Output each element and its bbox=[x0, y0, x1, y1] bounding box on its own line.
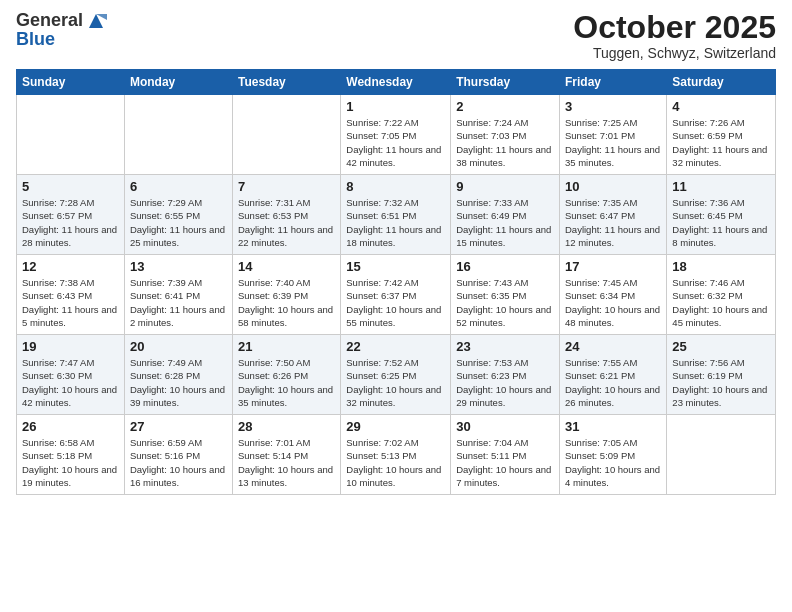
day-number: 15 bbox=[346, 259, 445, 274]
day-number: 2 bbox=[456, 99, 554, 114]
day-info: Sunrise: 7:32 AM Sunset: 6:51 PM Dayligh… bbox=[346, 196, 445, 249]
day-number: 17 bbox=[565, 259, 661, 274]
day-number: 1 bbox=[346, 99, 445, 114]
logo-general-text: General bbox=[16, 11, 83, 31]
calendar-cell: 14Sunrise: 7:40 AM Sunset: 6:39 PM Dayli… bbox=[232, 255, 340, 335]
day-info: Sunrise: 7:26 AM Sunset: 6:59 PM Dayligh… bbox=[672, 116, 770, 169]
day-number: 6 bbox=[130, 179, 227, 194]
day-info: Sunrise: 7:31 AM Sunset: 6:53 PM Dayligh… bbox=[238, 196, 335, 249]
day-info: Sunrise: 7:46 AM Sunset: 6:32 PM Dayligh… bbox=[672, 276, 770, 329]
day-info: Sunrise: 7:50 AM Sunset: 6:26 PM Dayligh… bbox=[238, 356, 335, 409]
day-info: Sunrise: 7:28 AM Sunset: 6:57 PM Dayligh… bbox=[22, 196, 119, 249]
day-number: 21 bbox=[238, 339, 335, 354]
logo-icon bbox=[85, 10, 107, 32]
day-info: Sunrise: 7:52 AM Sunset: 6:25 PM Dayligh… bbox=[346, 356, 445, 409]
calendar-cell: 5Sunrise: 7:28 AM Sunset: 6:57 PM Daylig… bbox=[17, 175, 125, 255]
calendar-cell: 28Sunrise: 7:01 AM Sunset: 5:14 PM Dayli… bbox=[232, 415, 340, 495]
day-info: Sunrise: 7:36 AM Sunset: 6:45 PM Dayligh… bbox=[672, 196, 770, 249]
day-info: Sunrise: 7:49 AM Sunset: 6:28 PM Dayligh… bbox=[130, 356, 227, 409]
header-saturday: Saturday bbox=[667, 70, 776, 95]
header-sunday: Sunday bbox=[17, 70, 125, 95]
calendar-cell: 4Sunrise: 7:26 AM Sunset: 6:59 PM Daylig… bbox=[667, 95, 776, 175]
calendar-cell: 30Sunrise: 7:04 AM Sunset: 5:11 PM Dayli… bbox=[451, 415, 560, 495]
day-number: 23 bbox=[456, 339, 554, 354]
day-number: 22 bbox=[346, 339, 445, 354]
day-info: Sunrise: 7:43 AM Sunset: 6:35 PM Dayligh… bbox=[456, 276, 554, 329]
calendar-cell: 13Sunrise: 7:39 AM Sunset: 6:41 PM Dayli… bbox=[124, 255, 232, 335]
day-info: Sunrise: 7:39 AM Sunset: 6:41 PM Dayligh… bbox=[130, 276, 227, 329]
day-info: Sunrise: 6:59 AM Sunset: 5:16 PM Dayligh… bbox=[130, 436, 227, 489]
calendar-week-row-3: 19Sunrise: 7:47 AM Sunset: 6:30 PM Dayli… bbox=[17, 335, 776, 415]
day-number: 4 bbox=[672, 99, 770, 114]
day-number: 18 bbox=[672, 259, 770, 274]
day-info: Sunrise: 7:38 AM Sunset: 6:43 PM Dayligh… bbox=[22, 276, 119, 329]
calendar-cell: 29Sunrise: 7:02 AM Sunset: 5:13 PM Dayli… bbox=[341, 415, 451, 495]
calendar-cell: 20Sunrise: 7:49 AM Sunset: 6:28 PM Dayli… bbox=[124, 335, 232, 415]
day-info: Sunrise: 7:40 AM Sunset: 6:39 PM Dayligh… bbox=[238, 276, 335, 329]
day-info: Sunrise: 7:01 AM Sunset: 5:14 PM Dayligh… bbox=[238, 436, 335, 489]
calendar-week-row-2: 12Sunrise: 7:38 AM Sunset: 6:43 PM Dayli… bbox=[17, 255, 776, 335]
title-block: October 2025 Tuggen, Schwyz, Switzerland bbox=[573, 10, 776, 61]
day-number: 20 bbox=[130, 339, 227, 354]
day-info: Sunrise: 7:24 AM Sunset: 7:03 PM Dayligh… bbox=[456, 116, 554, 169]
calendar-cell: 8Sunrise: 7:32 AM Sunset: 6:51 PM Daylig… bbox=[341, 175, 451, 255]
day-info: Sunrise: 7:53 AM Sunset: 6:23 PM Dayligh… bbox=[456, 356, 554, 409]
day-number: 8 bbox=[346, 179, 445, 194]
header-tuesday: Tuesday bbox=[232, 70, 340, 95]
day-number: 27 bbox=[130, 419, 227, 434]
calendar-cell bbox=[17, 95, 125, 175]
day-info: Sunrise: 7:35 AM Sunset: 6:47 PM Dayligh… bbox=[565, 196, 661, 249]
calendar-cell: 18Sunrise: 7:46 AM Sunset: 6:32 PM Dayli… bbox=[667, 255, 776, 335]
calendar-week-row-4: 26Sunrise: 6:58 AM Sunset: 5:18 PM Dayli… bbox=[17, 415, 776, 495]
header-thursday: Thursday bbox=[451, 70, 560, 95]
calendar-cell: 12Sunrise: 7:38 AM Sunset: 6:43 PM Dayli… bbox=[17, 255, 125, 335]
calendar-week-row-1: 5Sunrise: 7:28 AM Sunset: 6:57 PM Daylig… bbox=[17, 175, 776, 255]
day-number: 13 bbox=[130, 259, 227, 274]
header-friday: Friday bbox=[560, 70, 667, 95]
calendar-cell: 19Sunrise: 7:47 AM Sunset: 6:30 PM Dayli… bbox=[17, 335, 125, 415]
calendar-cell: 6Sunrise: 7:29 AM Sunset: 6:55 PM Daylig… bbox=[124, 175, 232, 255]
calendar-cell: 27Sunrise: 6:59 AM Sunset: 5:16 PM Dayli… bbox=[124, 415, 232, 495]
calendar-cell: 17Sunrise: 7:45 AM Sunset: 6:34 PM Dayli… bbox=[560, 255, 667, 335]
day-info: Sunrise: 7:42 AM Sunset: 6:37 PM Dayligh… bbox=[346, 276, 445, 329]
header-wednesday: Wednesday bbox=[341, 70, 451, 95]
calendar-cell: 24Sunrise: 7:55 AM Sunset: 6:21 PM Dayli… bbox=[560, 335, 667, 415]
day-info: Sunrise: 6:58 AM Sunset: 5:18 PM Dayligh… bbox=[22, 436, 119, 489]
day-info: Sunrise: 7:25 AM Sunset: 7:01 PM Dayligh… bbox=[565, 116, 661, 169]
day-number: 19 bbox=[22, 339, 119, 354]
header: General Blue October 2025 Tuggen, Schwyz… bbox=[16, 10, 776, 61]
day-number: 14 bbox=[238, 259, 335, 274]
day-number: 29 bbox=[346, 419, 445, 434]
calendar-cell bbox=[124, 95, 232, 175]
day-number: 12 bbox=[22, 259, 119, 274]
calendar-cell bbox=[667, 415, 776, 495]
day-info: Sunrise: 7:22 AM Sunset: 7:05 PM Dayligh… bbox=[346, 116, 445, 169]
calendar-cell: 15Sunrise: 7:42 AM Sunset: 6:37 PM Dayli… bbox=[341, 255, 451, 335]
calendar-cell: 7Sunrise: 7:31 AM Sunset: 6:53 PM Daylig… bbox=[232, 175, 340, 255]
day-info: Sunrise: 7:02 AM Sunset: 5:13 PM Dayligh… bbox=[346, 436, 445, 489]
day-number: 31 bbox=[565, 419, 661, 434]
calendar-cell: 11Sunrise: 7:36 AM Sunset: 6:45 PM Dayli… bbox=[667, 175, 776, 255]
day-info: Sunrise: 7:55 AM Sunset: 6:21 PM Dayligh… bbox=[565, 356, 661, 409]
calendar-cell: 16Sunrise: 7:43 AM Sunset: 6:35 PM Dayli… bbox=[451, 255, 560, 335]
day-number: 30 bbox=[456, 419, 554, 434]
calendar-cell: 22Sunrise: 7:52 AM Sunset: 6:25 PM Dayli… bbox=[341, 335, 451, 415]
day-number: 3 bbox=[565, 99, 661, 114]
day-number: 28 bbox=[238, 419, 335, 434]
calendar-week-row-0: 1Sunrise: 7:22 AM Sunset: 7:05 PM Daylig… bbox=[17, 95, 776, 175]
day-number: 24 bbox=[565, 339, 661, 354]
header-monday: Monday bbox=[124, 70, 232, 95]
location: Tuggen, Schwyz, Switzerland bbox=[573, 45, 776, 61]
calendar-cell: 10Sunrise: 7:35 AM Sunset: 6:47 PM Dayli… bbox=[560, 175, 667, 255]
calendar-cell: 21Sunrise: 7:50 AM Sunset: 6:26 PM Dayli… bbox=[232, 335, 340, 415]
calendar-cell: 3Sunrise: 7:25 AM Sunset: 7:01 PM Daylig… bbox=[560, 95, 667, 175]
day-number: 9 bbox=[456, 179, 554, 194]
day-number: 25 bbox=[672, 339, 770, 354]
calendar-cell: 23Sunrise: 7:53 AM Sunset: 6:23 PM Dayli… bbox=[451, 335, 560, 415]
day-number: 26 bbox=[22, 419, 119, 434]
calendar-cell: 25Sunrise: 7:56 AM Sunset: 6:19 PM Dayli… bbox=[667, 335, 776, 415]
day-info: Sunrise: 7:04 AM Sunset: 5:11 PM Dayligh… bbox=[456, 436, 554, 489]
calendar-cell bbox=[232, 95, 340, 175]
calendar-header-row: Sunday Monday Tuesday Wednesday Thursday… bbox=[17, 70, 776, 95]
month-title: October 2025 bbox=[573, 10, 776, 45]
